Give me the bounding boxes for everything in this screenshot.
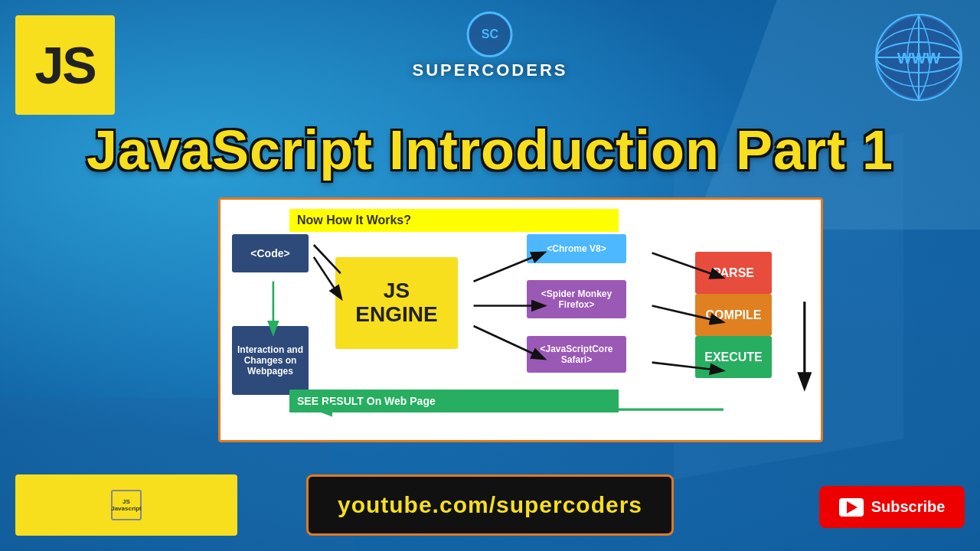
compile-box: COMPILE — [695, 294, 772, 336]
parse-box: PARSE — [695, 252, 772, 294]
js-engine-text: JS ENGINE — [355, 279, 437, 327]
js-logo: JS — [15, 15, 115, 115]
diagram-container: Now How It Works? <Code> JS ENGINE <Chro… — [218, 197, 823, 442]
svg-text:WWW: WWW — [897, 50, 941, 67]
code-box: <Code> — [232, 234, 309, 272]
youtube-play-icon — [839, 498, 864, 517]
js-engine-box: JS ENGINE — [335, 257, 458, 349]
execute-box: EXECUTE — [695, 336, 772, 378]
subscribe-button[interactable]: Subscribe — [819, 486, 965, 528]
main-title-text: JavaScript Introduction Part 1 — [87, 119, 893, 181]
main-title: JavaScript Introduction Part 1 — [0, 119, 980, 181]
bottom-center-url: youtube.com/supercoders — [306, 474, 674, 536]
interaction-box: Interaction and Changes on Webpages — [232, 326, 309, 395]
js-logo-text: JS — [34, 35, 95, 95]
chrome-box: <Chrome V8> — [527, 234, 626, 263]
play-triangle — [847, 501, 858, 514]
youtube-url-text: youtube.com/supercoders — [338, 492, 642, 518]
supercoders-label: SUPERCODERS — [413, 60, 568, 80]
www-globe: WWW — [873, 11, 965, 103]
see-result-banner: SEE RESULT On Web Page — [289, 390, 619, 412]
sc-circle-text: SC — [482, 28, 498, 41]
subscribe-label: Subscribe — [871, 498, 946, 516]
bottom-left-box: JSJavascript — [15, 474, 237, 536]
firefox-box: <Spider Monkey Firefox> — [527, 280, 626, 318]
bottom-js-icon: JSJavascript — [111, 490, 142, 520]
how-it-works-banner: Now How It Works? — [289, 209, 619, 232]
supercoders-logo: SC SUPERCODERS — [413, 11, 568, 80]
globe-icon: WWW — [873, 11, 965, 103]
sc-circle: SC — [467, 11, 513, 57]
safari-box: <JavaScriptCore Safari> — [527, 336, 626, 373]
